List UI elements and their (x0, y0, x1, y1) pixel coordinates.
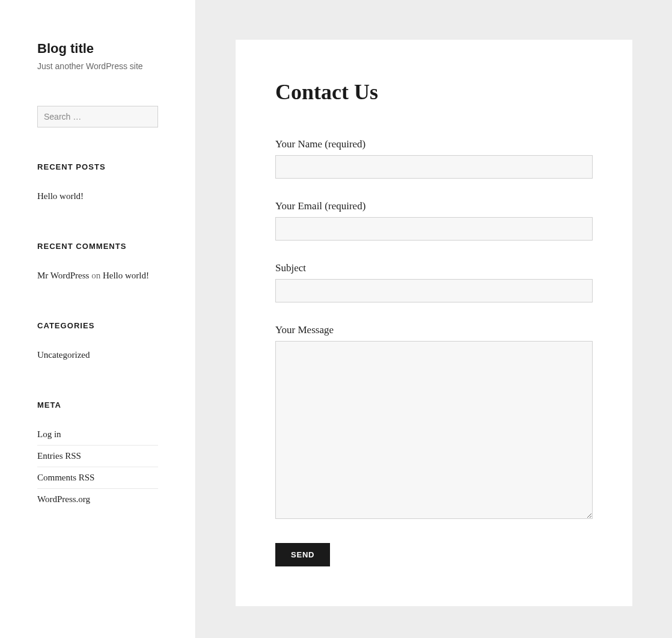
content-card: Contact Us Your Name (required) Your Ema… (236, 40, 632, 606)
recent-posts-heading: RECENT POSTS (37, 162, 158, 171)
recent-post-item[interactable]: Hello world! (37, 186, 158, 207)
meta-heading: META (37, 400, 158, 409)
recent-comment-item: Mr WordPress on Hello world! (37, 265, 158, 286)
email-input[interactable] (275, 217, 593, 241)
subject-input[interactable] (275, 279, 593, 302)
name-field-group: Your Name (required) (275, 138, 593, 179)
message-textarea[interactable] (275, 341, 593, 519)
search-input[interactable] (37, 106, 158, 127)
page-title: Contact Us (275, 79, 593, 105)
comment-post-link[interactable]: Hello world! (103, 271, 149, 280)
categories-heading: CATEGORIES (37, 321, 158, 330)
message-label: Your Message (275, 324, 593, 336)
content-area: Contact Us Your Name (required) Your Ema… (196, 0, 672, 638)
meta-item-comments-rss[interactable]: Comments RSS (37, 467, 158, 489)
recent-posts-widget: RECENT POSTS Hello world! (37, 162, 158, 207)
send-button[interactable]: SEND (275, 543, 330, 566)
name-input[interactable] (275, 155, 593, 179)
categories-widget: CATEGORIES Uncategorized (37, 321, 158, 366)
recent-comments-widget: RECENT COMMENTS Mr WordPress on Hello wo… (37, 242, 158, 286)
meta-item-wordpress[interactable]: WordPress.org (37, 489, 158, 510)
category-item[interactable]: Uncategorized (37, 345, 158, 366)
comment-connector: on (89, 271, 103, 280)
site-tagline: Just another WordPress site (37, 61, 158, 71)
meta-item-entries-rss[interactable]: Entries RSS (37, 446, 158, 467)
sidebar: Blog title Just another WordPress site R… (0, 0, 196, 638)
subject-label: Subject (275, 262, 593, 274)
recent-comments-heading: RECENT COMMENTS (37, 242, 158, 251)
email-label: Your Email (required) (275, 200, 593, 212)
subject-field-group: Subject (275, 262, 593, 302)
name-label: Your Name (required) (275, 138, 593, 150)
meta-item-login[interactable]: Log in (37, 424, 158, 446)
email-field-group: Your Email (required) (275, 200, 593, 241)
meta-widget: META Log in Entries RSS Comments RSS Wor… (37, 400, 158, 510)
message-field-group: Your Message (275, 324, 593, 521)
comment-author-link[interactable]: Mr WordPress (37, 271, 89, 280)
site-title[interactable]: Blog title (37, 41, 158, 57)
